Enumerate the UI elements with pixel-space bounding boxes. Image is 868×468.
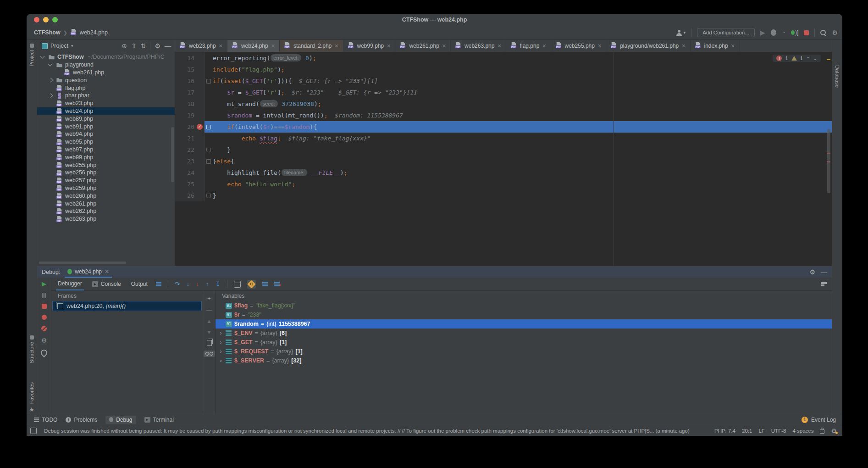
gutter-marker-slot[interactable]	[196, 144, 205, 156]
line-number[interactable]: 24	[175, 167, 196, 178]
user-menu[interactable]: ▾	[676, 30, 686, 36]
tree-item[interactable]: PHPweb24.php	[37, 107, 175, 115]
chevron-expanded-icon[interactable]	[41, 56, 45, 58]
code-line[interactable]: 17 $r = $_GET['r']; $r: "233" $_GET: {r …	[175, 87, 832, 98]
tree-item[interactable]: playground	[37, 61, 175, 69]
threads-view-icon[interactable]	[156, 282, 161, 286]
debug-settings-gear-icon[interactable]: ⚙	[41, 337, 47, 344]
line-number[interactable]: 22	[175, 144, 196, 156]
chevron-collapsed-icon[interactable]: ›	[218, 348, 223, 355]
tool-window-todo[interactable]: TODO	[34, 417, 57, 423]
fold-open-icon[interactable]	[206, 79, 211, 84]
close-icon[interactable]: ✕	[731, 43, 735, 49]
tree-item[interactable]: PHPflag.php	[37, 84, 175, 92]
stop-button[interactable]	[42, 304, 47, 309]
lock-icon[interactable]	[820, 429, 824, 434]
php-console-toggle[interactable]: C	[247, 280, 256, 289]
warning-stripe-mark[interactable]	[827, 59, 830, 60]
close-icon[interactable]: ✕	[542, 43, 546, 49]
code-line[interactable]: 25 echo "hello world";	[175, 178, 832, 190]
tree-item[interactable]: PHPweb94.php	[37, 130, 175, 138]
fold-gutter[interactable]	[205, 190, 213, 201]
caret-position-widget[interactable]: 20:1	[742, 428, 752, 434]
code-line[interactable]: 19 $random = intval(mt_rand()); $random:…	[175, 110, 832, 121]
variable-row[interactable]: ›$_GET = {array} [1]	[216, 338, 832, 347]
next-error-icon[interactable]: ⌄	[813, 56, 817, 61]
fold-gutter[interactable]	[205, 167, 213, 178]
view-breakpoints-button[interactable]	[42, 315, 47, 320]
settings-gear-icon[interactable]: ⚙	[832, 29, 838, 36]
code-line[interactable]: 20✓ if(intval($r)===$random){	[175, 121, 832, 133]
fold-gutter[interactable]	[205, 75, 213, 87]
code-line[interactable]: 26}	[175, 190, 832, 201]
gutter-marker-slot[interactable]	[196, 178, 205, 190]
variable-row[interactable]: ›$_REQUEST = {array} [1]	[216, 347, 832, 356]
expand-all-icon[interactable]: ⇳	[131, 43, 137, 49]
tree-item[interactable]: PHPweb97.php	[37, 146, 175, 154]
line-number[interactable]: 21	[175, 133, 196, 144]
chevron-collapsed-icon[interactable]	[49, 94, 53, 97]
fold-gutter[interactable]	[205, 87, 213, 98]
tree-item[interactable]: phar.phar	[37, 92, 175, 100]
tree-item[interactable]: PHPweb261.php	[37, 200, 175, 207]
tree-horizontal-scrollbar[interactable]	[37, 262, 175, 264]
breadcrumb-file[interactable]: web24.php	[80, 29, 108, 36]
tree-item[interactable]: PHPweb95.php	[37, 138, 175, 146]
listen-debug-connections-button[interactable]: )]	[791, 29, 798, 36]
fold-gutter[interactable]	[205, 156, 213, 167]
close-window-button[interactable]	[34, 17, 39, 22]
gutter-marker-slot[interactable]	[196, 98, 205, 110]
minimize-window-button[interactable]	[43, 17, 49, 22]
chevron-collapsed-icon[interactable]: ›	[218, 339, 223, 345]
code-line[interactable]: 24 highlight_file(filename: __FILE__);	[175, 167, 832, 178]
breakpoint-icon[interactable]: ✓	[197, 124, 203, 130]
mute-breakpoints-button[interactable]	[41, 326, 47, 331]
variable-row[interactable]: ›$_ENV = {array} [6]	[216, 329, 832, 338]
inspection-widget[interactable]: ! 1 1 ⌃ ⌄	[773, 55, 821, 62]
fold-gutter[interactable]	[205, 144, 213, 156]
code-line[interactable]: 14error_reporting(error_level: 0);	[175, 52, 832, 64]
tab-console[interactable]: ▸ Console	[90, 278, 123, 290]
gutter-marker-slot[interactable]: ✓	[196, 121, 205, 133]
debug-session-tab[interactable]: web24.php ✕	[65, 266, 112, 278]
step-over-icon[interactable]: ↷	[175, 281, 180, 287]
gutter-marker-slot[interactable]	[196, 190, 205, 201]
layout-settings-icon[interactable]	[821, 282, 827, 286]
fold-gutter[interactable]	[205, 98, 213, 110]
status-message[interactable]: Debug session was finished without being…	[44, 428, 707, 434]
highlighting-level-gear-icon[interactable]: ⚙	[831, 428, 837, 434]
remove-watch-button[interactable]: —	[206, 307, 212, 313]
tool-window-problems[interactable]: ! Problems	[66, 417, 97, 423]
stop-button[interactable]	[804, 30, 809, 35]
hide-panel-icon[interactable]: —	[165, 43, 171, 49]
tool-window-structure[interactable]: Structure	[27, 335, 37, 363]
add-configuration-button[interactable]: Add Configuration...	[697, 28, 755, 37]
editor-tab[interactable]: PHPindex.php✕	[691, 40, 740, 52]
close-icon[interactable]: ✕	[497, 43, 501, 49]
gutter-marker-slot[interactable]	[196, 87, 205, 98]
close-icon[interactable]: ✕	[681, 43, 686, 49]
variable-row[interactable]: 01$r = "233"	[216, 310, 832, 319]
tree-item[interactable]: PHPweb262.php	[37, 207, 175, 215]
watches-list-icon[interactable]	[262, 282, 268, 286]
add-watch-icon[interactable]: ＋	[274, 282, 280, 286]
event-log-toggle[interactable]: 1 Event Log	[802, 417, 836, 423]
code-line[interactable]: 15include("flag.php");	[175, 64, 832, 75]
tool-window-database[interactable]: Database	[832, 65, 842, 88]
editor-body[interactable]: 14error_reporting(error_level: 0);15incl…	[175, 52, 832, 266]
fold-gutter[interactable]	[205, 121, 213, 133]
pin-tab-icon[interactable]	[39, 348, 49, 357]
gear-icon[interactable]: ⚙	[809, 269, 815, 275]
gutter-marker-slot[interactable]	[196, 156, 205, 167]
scrollbar-thumb[interactable]	[827, 129, 830, 193]
prev-error-icon[interactable]: ⌃	[806, 56, 810, 61]
code-line[interactable]: 22 }	[175, 144, 832, 156]
favorites-star[interactable]: ★	[27, 406, 37, 413]
run-to-cursor-icon[interactable]: ↧	[216, 281, 221, 287]
gutter-marker-slot[interactable]	[196, 133, 205, 144]
code-line[interactable]: 18 mt_srand(seed: 372619038);	[175, 98, 832, 110]
collapse-all-icon[interactable]: ⇅	[141, 43, 146, 49]
line-ending-widget[interactable]: LF	[758, 428, 764, 434]
fold-open-icon[interactable]	[206, 159, 211, 164]
variable-row[interactable]: ›$_SERVER = {array} [32]	[216, 356, 832, 365]
